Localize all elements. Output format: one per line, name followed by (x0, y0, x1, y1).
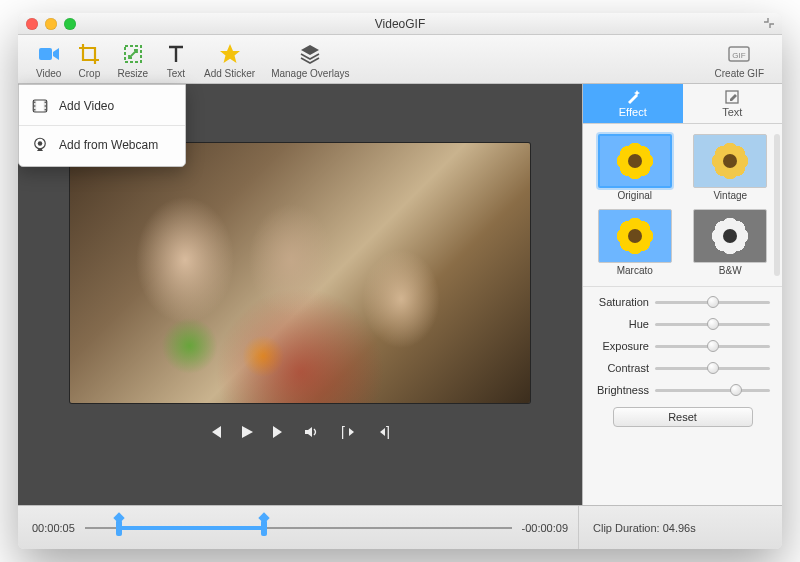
contrast-row: Contrast (595, 357, 770, 379)
menu-add-from-webcam[interactable]: Add from Webcam (19, 128, 185, 162)
toolbar-sticker-button[interactable]: Add Sticker (196, 40, 263, 81)
svg-point-14 (38, 141, 43, 146)
exposure-row: Exposure (595, 335, 770, 357)
menu-item-label: Add Video (59, 99, 114, 113)
effect-label: Vintage (713, 190, 747, 201)
tab-effect[interactable]: Effect (583, 84, 683, 123)
time-start-label: 00:00:05 (32, 522, 75, 534)
gif-icon: GIF (727, 42, 751, 66)
toolbar-label: Crop (79, 68, 101, 79)
star-icon (218, 42, 242, 66)
toolbar-create-gif-button[interactable]: GIF Create GIF (707, 40, 772, 81)
effect-original[interactable]: Original (591, 134, 679, 201)
scrollbar[interactable] (774, 134, 780, 276)
menu-item-label: Add from Webcam (59, 138, 158, 152)
toolbar-label: Text (167, 68, 185, 79)
video-dropdown-menu: Add Video Add from Webcam (18, 84, 186, 167)
hue-row: Hue (595, 313, 770, 335)
svg-point-8 (34, 105, 36, 107)
time-end-label: -00:00:09 (522, 522, 568, 534)
svg-point-10 (45, 102, 47, 104)
saturation-row: Saturation (595, 291, 770, 313)
slider-label: Hue (595, 318, 655, 330)
svg-point-11 (45, 105, 47, 107)
wand-icon (625, 89, 641, 105)
webcam-icon (31, 136, 49, 154)
toolbar-label: Create GIF (715, 68, 764, 79)
effect-label: Original (618, 190, 652, 201)
slider-label: Saturation (595, 296, 655, 308)
titlebar: VideoGIF (18, 13, 782, 35)
effects-grid: Original Vintage Marcato B&W (583, 124, 782, 286)
clip-duration-label: Clip Duration: (593, 522, 660, 534)
svg-point-9 (34, 109, 36, 111)
timeline-bar: 00:00:05 -00:00:09 Clip Duration: 04.96s (18, 505, 782, 549)
contrast-slider[interactable] (655, 361, 770, 375)
tab-label: Effect (619, 106, 647, 118)
mark-in-button[interactable]: [ (341, 425, 359, 439)
svg-point-12 (45, 109, 47, 111)
exposure-slider[interactable] (655, 339, 770, 353)
text-icon (164, 42, 188, 66)
timeline-handle-start[interactable] (116, 520, 122, 536)
svg-text:]: ] (386, 425, 390, 439)
app-window: VideoGIF Video Crop Resize Text Add Stic… (18, 13, 782, 549)
svg-point-7 (34, 102, 36, 104)
tab-label: Text (722, 106, 742, 118)
clip-duration-value: 04.96s (663, 522, 696, 534)
brightness-slider[interactable] (655, 383, 770, 397)
timeline-handle-end[interactable] (261, 520, 267, 536)
reset-button[interactable]: Reset (613, 407, 753, 427)
layers-icon (298, 42, 322, 66)
play-button[interactable] (239, 424, 255, 440)
resize-icon (121, 42, 145, 66)
toolbar: Video Crop Resize Text Add Sticker Manag… (18, 35, 782, 84)
next-frame-button[interactable] (271, 424, 287, 440)
svg-text:GIF: GIF (733, 51, 746, 60)
toolbar-label: Video (36, 68, 61, 79)
playback-controls: [ ] (18, 417, 582, 447)
text-edit-icon (724, 89, 740, 105)
timeline-track[interactable] (85, 518, 512, 538)
adjustment-sliders: Saturation Hue Exposure Contrast Brightn… (583, 286, 782, 435)
toolbar-resize-button[interactable]: Resize (109, 40, 156, 81)
prev-frame-button[interactable] (207, 424, 223, 440)
toolbar-label: Add Sticker (204, 68, 255, 79)
film-icon (31, 97, 49, 115)
sidebar: Effect Text Original Vintage (582, 84, 782, 505)
toolbar-label: Manage Overlays (271, 68, 349, 79)
timeline-range[interactable] (119, 526, 264, 530)
video-icon (37, 42, 61, 66)
effect-label: B&W (719, 265, 742, 276)
tab-text[interactable]: Text (683, 84, 783, 123)
volume-button[interactable] (303, 424, 319, 440)
effect-bw[interactable]: B&W (687, 209, 775, 276)
clip-duration: Clip Duration: 04.96s (578, 506, 768, 549)
effect-vintage[interactable]: Vintage (687, 134, 775, 201)
svg-rect-0 (39, 48, 52, 60)
toolbar-text-button[interactable]: Text (156, 40, 196, 81)
saturation-slider[interactable] (655, 295, 770, 309)
mark-out-button[interactable]: ] (375, 425, 393, 439)
video-preview[interactable] (70, 143, 530, 403)
sidebar-tabs: Effect Text (583, 84, 782, 124)
toolbar-overlays-button[interactable]: Manage Overlays (263, 40, 357, 81)
effect-marcato[interactable]: Marcato (591, 209, 679, 276)
crop-icon (77, 42, 101, 66)
effect-label: Marcato (617, 265, 653, 276)
svg-text:[: [ (341, 425, 345, 439)
menu-separator (19, 125, 185, 126)
slider-label: Brightness (595, 384, 655, 396)
fullscreen-icon[interactable] (764, 18, 774, 30)
main-body: Add Video Add from Webcam [ ] (18, 84, 782, 505)
hue-slider[interactable] (655, 317, 770, 331)
menu-add-video[interactable]: Add Video (19, 89, 185, 123)
toolbar-label: Resize (117, 68, 148, 79)
toolbar-video-button[interactable]: Video (28, 40, 69, 81)
slider-label: Contrast (595, 362, 655, 374)
slider-label: Exposure (595, 340, 655, 352)
window-title: VideoGIF (18, 17, 782, 31)
toolbar-crop-button[interactable]: Crop (69, 40, 109, 81)
brightness-row: Brightness (595, 379, 770, 401)
